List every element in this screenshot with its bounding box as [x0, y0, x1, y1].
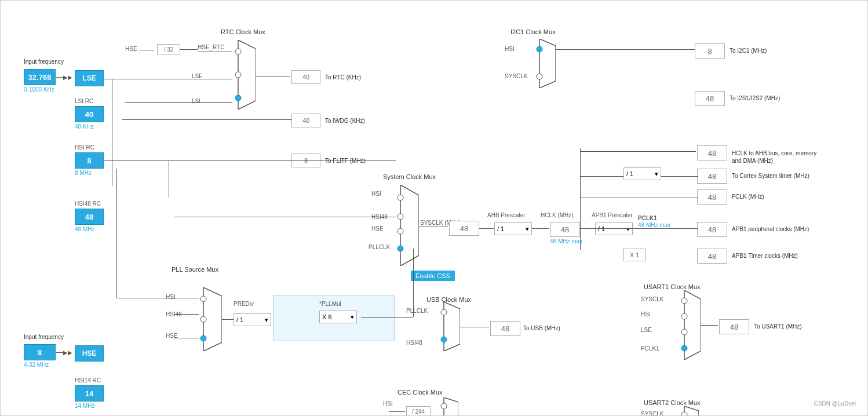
lse-freq-input[interactable]: 32.768 — [24, 69, 56, 85]
hse-freq-range: 4-32 MHz — [24, 362, 49, 368]
to-i2s-value: 48 — [695, 91, 725, 106]
x1-box: X 1 — [623, 249, 645, 261]
apb1-prescaler-label: APB1 Prescaler — [592, 212, 633, 218]
i2c1-out-line — [556, 49, 695, 50]
ahb-hclk-line — [532, 228, 549, 229]
svg-point-23 — [681, 345, 687, 351]
ahb-prescaler-dropdown[interactable]: / 1 ▾ — [494, 222, 532, 235]
hse-rtc-line1 — [140, 50, 154, 50]
usart1-out-line — [701, 325, 718, 326]
hse-box[interactable]: HSE — [75, 345, 104, 362]
hsi-value-box[interactable]: 8 — [75, 152, 104, 169]
to-i2s-label: To I2S1/I2S2 (MHz) — [730, 95, 780, 101]
usb-hsi48-label: HSI48 — [406, 340, 422, 346]
lse-box[interactable]: LSE — [75, 70, 104, 86]
svg-point-7 — [397, 228, 403, 234]
to-usb-value: 48 — [490, 321, 520, 336]
svg-point-8 — [397, 246, 403, 251]
hclk-vdist-line — [580, 148, 581, 250]
apb1-chevron: ▾ — [626, 225, 630, 233]
hclk-mhz-label: HCLK (MHz) — [541, 212, 574, 218]
usart2-mux[interactable] — [679, 406, 699, 416]
svg-point-17 — [537, 46, 542, 52]
lsi-value-box[interactable]: 40 — [75, 106, 104, 122]
hsi-sys-vline — [169, 160, 169, 198]
prediv-dropdown[interactable]: / 1 ▾ — [234, 313, 271, 326]
div1-cortex-chevron: ▾ — [655, 170, 658, 178]
fclk-value: 48 — [697, 189, 727, 205]
pll-src-out-line — [222, 319, 234, 320]
pll-source-mux-title: PLL Source Mux — [172, 266, 218, 273]
to-iwdg-label: To IWDG (KHz) — [325, 118, 365, 124]
hclk-max-label: 48 MHz max — [550, 238, 582, 245]
lsi-rc-label: LSI RC — [75, 98, 93, 104]
cec-hsi-label: HSI — [383, 400, 393, 407]
hse-rtc-label: HSE_RTC — [198, 44, 225, 50]
prediv-label: PREDiv — [234, 301, 254, 307]
to-i2c1-value: 8 — [695, 43, 725, 59]
prediv-value: / 1 — [236, 316, 243, 323]
pclk1-label: PCLK1 — [638, 215, 657, 221]
prediv-chevron: ▾ — [265, 316, 268, 324]
to-iwdg-box: 40 — [291, 114, 320, 127]
to-i2c1-label: To I2C1 (MHz) — [730, 48, 767, 54]
rtc-mux[interactable] — [232, 40, 256, 111]
svg-point-10 — [200, 296, 206, 302]
hsi48-rc-label: HSI48 RC — [75, 200, 101, 207]
hsi14-value-box[interactable]: 14 — [75, 385, 104, 402]
pllmul-dropdown[interactable]: X 6 ▾ — [319, 311, 357, 323]
hclk-value-box: 48 — [550, 222, 580, 237]
hsi48-value-box[interactable]: 48 — [75, 209, 104, 225]
fclk-label: FCLK (MHz) — [732, 194, 764, 200]
div1-cortex-dropdown[interactable]: / 1 ▾ — [623, 167, 661, 180]
apb1-timer-value: 48 — [697, 249, 727, 264]
apb1-peripheral-value: 48 — [697, 222, 727, 237]
lse-rtc-mux-line — [112, 79, 232, 79]
hse-freq-input[interactable]: 8 — [24, 344, 56, 360]
i2c1-hsi-label: HSI — [505, 46, 515, 52]
svg-marker-16 — [539, 39, 556, 88]
hse-rtc-mux-line — [198, 52, 232, 52]
to-usart1-value: 48 — [719, 319, 749, 334]
rtc-out-line — [256, 76, 290, 76]
usart1-lse-label: LSE — [641, 327, 652, 333]
hsi-mhz-label: 8 MHz — [75, 170, 92, 176]
hse-div32-box: / 32 — [157, 44, 180, 54]
lse-arrow-markers: ▶▶ — [63, 74, 72, 81]
cec-mux[interactable] — [438, 397, 458, 416]
sysclk-mux[interactable] — [395, 185, 419, 267]
hsi48-sys-line — [174, 217, 396, 217]
usart1-mux[interactable] — [679, 290, 701, 361]
i2c1-sysclk-label: SYSCLK — [505, 73, 527, 79]
lsi-rtc-label: LSI — [192, 98, 200, 104]
lse-freq-label: Input frequency — [24, 59, 64, 65]
svg-point-14 — [441, 309, 447, 315]
apb1-timer-label: APB1 Timer clocks (MHz) — [732, 253, 798, 259]
cec-hsi-line — [389, 411, 405, 412]
hclk-ahb-line-top — [580, 151, 696, 152]
svg-point-15 — [441, 337, 447, 342]
hse-arrow-markers: ▶▶ — [63, 349, 72, 356]
iwdg-line — [122, 119, 291, 120]
sysclk-ahb-line — [479, 228, 494, 229]
lsi-rtc-mux-line — [125, 102, 232, 103]
svg-point-6 — [397, 214, 403, 220]
enable-css-button[interactable]: Enable CSS — [411, 271, 455, 281]
apb1-prescaler-dropdown[interactable]: / 1 ▾ — [595, 222, 633, 235]
svg-point-11 — [200, 316, 206, 322]
hse-freq-label: Input frequency — [24, 334, 64, 340]
pllmul-value: X 6 — [322, 313, 332, 320]
svg-point-18 — [537, 74, 542, 79]
pll-sysclk-vline — [413, 249, 414, 317]
usb-out-line — [460, 327, 489, 327]
hsi14-mhz-label: 14 MHz — [75, 403, 94, 409]
hsi14-rc-label: HSI14 RC — [75, 377, 101, 384]
usart1-clock-mux-title: USART1 Clock Mux — [644, 283, 701, 290]
svg-point-20 — [681, 298, 687, 304]
hclk-ahb-value: 48 — [697, 145, 727, 160]
to-cortex-label: To Cortex System timer (MHz) — [732, 173, 809, 179]
pll-source-mux[interactable] — [198, 287, 222, 352]
usb-mux[interactable] — [438, 302, 460, 352]
lse-vbus — [112, 79, 112, 186]
i2c1-mux[interactable] — [534, 39, 556, 89]
